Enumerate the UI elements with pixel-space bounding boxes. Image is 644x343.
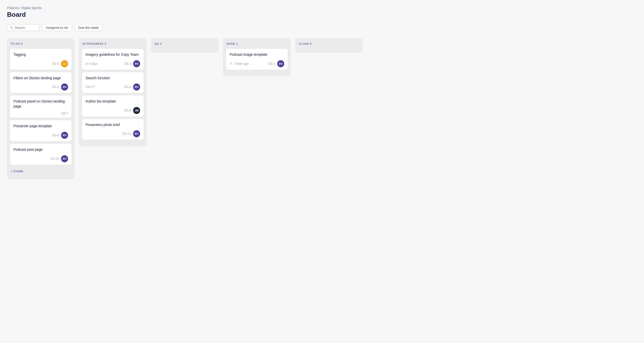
column-header-todo: TO DO 5: [10, 42, 72, 45]
column-inprogress: IN PROGRESS 4Imagery guidelines for Copy…: [79, 38, 147, 146]
task-card[interactable]: Podcast panel on Stories landing pageDS-…: [10, 96, 72, 118]
card-ticket-id: DS-11: [123, 132, 131, 136]
card-ticket-id: DS-4: [124, 85, 131, 89]
avatar: JM: [133, 107, 140, 114]
column-header-done: DONE 1: [226, 42, 288, 45]
task-card[interactable]: Imagery guidelines for Copy TeamIn 4 day…: [82, 49, 144, 70]
column-header-close: CLOSE 0: [298, 42, 360, 45]
avatar: RV: [133, 60, 140, 67]
card-ticket-id: DS-8: [52, 134, 59, 137]
card-title: Podcast image template: [230, 52, 284, 57]
page-title: Board: [7, 11, 637, 18]
task-card[interactable]: Presenter page templateDS-8RV: [10, 120, 72, 141]
task-card[interactable]: Search functionFeb 27DS-4RV: [82, 72, 144, 93]
breadcrumb-separator: /: [20, 6, 21, 10]
card-title: Podcast panel on Stories landing page: [14, 99, 68, 109]
card-date: Feb 27: [86, 85, 95, 89]
card-title: Author bio template: [86, 99, 140, 104]
card-title: Filters on Stories landing page: [14, 76, 68, 81]
breadcrumb-projects[interactable]: Projects: [7, 6, 19, 10]
assigned-to-me-button[interactable]: Assigned to me: [42, 24, 72, 31]
avatar: RV: [61, 84, 68, 90]
card-ticket-id: DS-6: [52, 85, 59, 89]
avatar: RV: [133, 130, 140, 137]
breadcrumb: Projects / Digital Sprints: [7, 6, 637, 10]
avatar: RV: [61, 132, 68, 139]
column-close: CLOSE 0: [295, 38, 363, 53]
card-title: Presenters photo brief: [86, 122, 140, 128]
card-ticket-id: DS-7: [61, 112, 68, 115]
svg-line-1: [12, 28, 13, 29]
done-check-icon: ✓: [230, 62, 232, 66]
avatar: RV: [61, 155, 68, 162]
card-title: Podcast post page: [14, 147, 68, 152]
card-title: Search function: [86, 76, 140, 81]
due-this-week-button[interactable]: Due this week: [75, 24, 103, 31]
card-ticket-id: DS-3: [124, 62, 131, 66]
search-icon: [10, 26, 13, 30]
card-date: 3 days ago: [234, 62, 249, 66]
toolbar: Assigned to me Due this week: [7, 24, 637, 31]
card-title: Imagery guidelines for Copy Team: [86, 52, 140, 57]
breadcrumb-current: Digital Sprints: [22, 6, 42, 10]
card-title: Tagging: [14, 52, 68, 57]
search-box[interactable]: [7, 24, 40, 31]
create-task-button[interactable]: + Create: [10, 167, 24, 175]
task-card[interactable]: Podcast post pageDS-10RV: [10, 144, 72, 165]
column-qa: QA 0: [151, 38, 219, 53]
column-todo: TO DO 5TaggingDS-5CCFilters on Stories l…: [7, 38, 75, 179]
card-date: In 4 days: [86, 62, 98, 66]
card-ticket-id: DS-2: [268, 62, 275, 66]
column-done: DONE 1Podcast image template✓3 days agoD…: [223, 38, 291, 76]
task-card[interactable]: Podcast image template✓3 days agoDS-2RV: [226, 49, 288, 70]
task-card[interactable]: Presenters photo briefDS-11RV: [82, 119, 144, 140]
task-card[interactable]: Author bio templateDS-9JM: [82, 96, 144, 116]
task-card[interactable]: TaggingDS-5CC: [10, 49, 72, 70]
card-ticket-id: DS-10: [51, 157, 59, 160]
avatar: RV: [277, 60, 284, 67]
column-header-inprogress: IN PROGRESS 4: [82, 42, 144, 45]
board: TO DO 5TaggingDS-5CCFilters on Stories l…: [7, 38, 637, 179]
card-footer-row: ✓3 days agoDS-2RV: [230, 60, 284, 67]
avatar: RV: [133, 84, 140, 90]
search-input[interactable]: [15, 26, 37, 30]
task-card[interactable]: Filters on Stories landing pageDS-6RV: [10, 72, 72, 93]
card-title: Presenter page template: [14, 124, 68, 129]
card-ticket-id: DS-5: [52, 62, 59, 66]
column-header-qa: QA 0: [154, 42, 216, 45]
card-ticket-id: DS-9: [124, 109, 131, 112]
avatar: CC: [61, 60, 68, 67]
